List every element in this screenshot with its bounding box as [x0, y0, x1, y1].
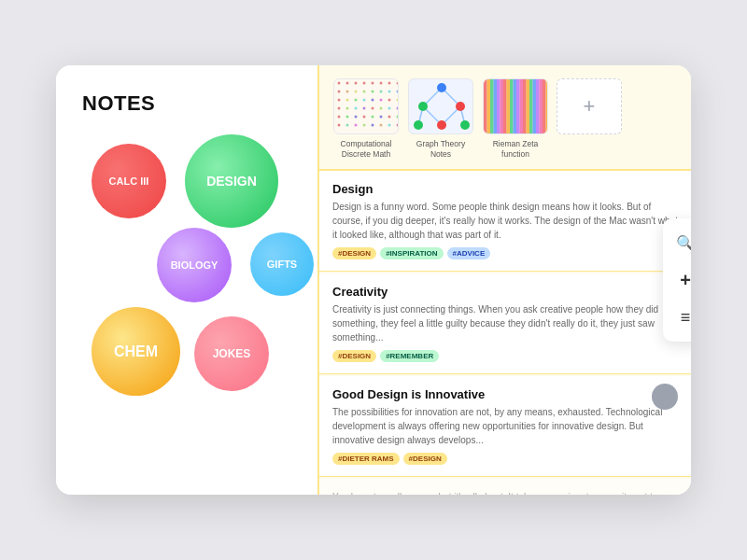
svg-point-37 [380, 116, 383, 119]
svg-rect-70 [516, 78, 520, 134]
svg-point-10 [355, 91, 358, 93]
svg-point-30 [388, 107, 391, 110]
svg-point-28 [372, 107, 374, 110]
svg-rect-61 [487, 78, 491, 134]
svg-point-0 [338, 82, 341, 85]
note-title-design: Design [332, 182, 678, 196]
svg-point-34 [355, 116, 358, 119]
add-button[interactable]: + [670, 265, 691, 295]
svg-point-40 [338, 124, 341, 127]
svg-rect-75 [533, 78, 537, 134]
svg-rect-69 [514, 78, 517, 134]
svg-point-14 [388, 91, 391, 93]
note-title-creativity: Creativity [332, 285, 678, 299]
note-card-passion[interactable]: You have to really grow what it's all ab… [319, 479, 691, 495]
notes-list[interactable]: DesignDesign is a funny word. Some peopl… [319, 171, 691, 495]
svg-point-38 [388, 116, 391, 119]
svg-point-31 [397, 107, 399, 110]
tag-good-design-0[interactable]: #DIETER RAMS [332, 453, 400, 465]
tag-design-0[interactable]: #DESIGN [332, 247, 376, 259]
svg-point-22 [388, 99, 391, 102]
bubble-chem[interactable]: CHEM [92, 307, 180, 396]
note-card-design[interactable]: DesignDesign is a funny word. Some peopl… [319, 171, 691, 272]
note-body-good-design: The possibilities for innovation are not… [332, 405, 678, 447]
svg-point-4 [372, 82, 374, 85]
svg-rect-64 [497, 78, 500, 134]
note-avatar [652, 384, 678, 410]
svg-point-36 [372, 116, 374, 119]
bubble-gifts[interactable]: GIFTS [250, 232, 314, 296]
note-card-creativity[interactable]: CreativityCreativity is just connecting … [319, 273, 691, 374]
svg-rect-74 [529, 78, 533, 134]
svg-point-3 [363, 82, 366, 85]
svg-point-25 [346, 107, 349, 110]
tag-creativity-1[interactable]: #REMEMBER [380, 350, 439, 362]
svg-point-56 [456, 102, 465, 111]
svg-point-2 [355, 82, 358, 85]
bubble-design[interactable]: DESIGN [185, 134, 278, 228]
tag-creativity-0[interactable]: #DESIGN [332, 350, 376, 362]
tags-row-good-design: #DIETER RAMS#DESIGN [332, 453, 678, 465]
svg-point-39 [397, 116, 399, 119]
svg-rect-60 [484, 78, 487, 134]
thumbnails-row: Computational Discrete MathGraph Theory … [319, 65, 691, 171]
app-title: NOTES [82, 91, 299, 116]
svg-rect-71 [520, 78, 524, 134]
svg-point-55 [418, 102, 428, 111]
note-body-passion: You have to really grow what it's all ab… [332, 490, 678, 495]
svg-point-6 [388, 82, 391, 85]
svg-rect-76 [536, 78, 540, 134]
svg-point-57 [414, 120, 423, 130]
svg-point-59 [460, 120, 470, 130]
svg-rect-62 [490, 78, 494, 134]
thumbnail-comp-discrete[interactable]: Computational Discrete Math [332, 78, 400, 160]
menu-button[interactable]: ≡ [670, 302, 691, 332]
svg-point-15 [397, 91, 399, 93]
svg-point-20 [372, 99, 374, 102]
thumbnail-graph-theory[interactable]: Graph Theory Notes [407, 78, 474, 160]
svg-point-45 [380, 124, 383, 127]
right-panel: Computational Discrete MathGraph Theory … [317, 65, 691, 495]
svg-point-19 [363, 99, 366, 102]
tag-design-2[interactable]: #ADVICE [447, 247, 491, 259]
bubble-calciii[interactable]: CALC III [92, 144, 166, 218]
bubbles-area: CALC IIIDESIGNBIOLOGYGIFTSCHEMJOKES [82, 134, 299, 470]
svg-point-42 [355, 124, 358, 127]
svg-point-17 [346, 99, 349, 102]
bubble-biology[interactable]: BIOLOGY [157, 228, 232, 302]
svg-point-44 [372, 124, 374, 127]
note-body-creativity: Creativity is just connecting things. Wh… [332, 302, 678, 344]
svg-rect-68 [510, 78, 514, 134]
thumbnail-rieman-zeta[interactable]: Rieman Zeta function [482, 78, 549, 160]
svg-point-58 [437, 120, 446, 130]
svg-point-33 [346, 116, 349, 119]
svg-rect-63 [494, 78, 498, 134]
svg-rect-78 [543, 78, 546, 134]
svg-point-5 [380, 82, 383, 85]
app-container: NOTES CALC IIIDESIGNBIOLOGYGIFTSCHEMJOKE… [56, 65, 691, 495]
tags-row-design: #DESIGN#INSPIRATION#ADVICE [332, 247, 678, 259]
tags-row-creativity: #DESIGN#REMEMBER [332, 350, 678, 362]
note-card-good-design[interactable]: Good Design is InnovativeThe possibiliti… [319, 376, 691, 477]
svg-point-21 [380, 99, 383, 102]
bubble-jokes[interactable]: JOKES [194, 316, 269, 391]
tag-design-1[interactable]: #INSPIRATION [380, 247, 443, 259]
svg-rect-67 [507, 78, 511, 134]
tag-good-design-1[interactable]: #DESIGN [403, 453, 447, 465]
svg-point-18 [355, 99, 358, 102]
thumbnail-label-comp-discrete: Computational Discrete Math [332, 139, 400, 160]
floating-toolbar: 🔍 + ≡ [663, 218, 691, 342]
svg-point-13 [380, 91, 383, 93]
svg-rect-66 [503, 78, 507, 134]
thumbnail-add[interactable]: + [557, 78, 622, 160]
svg-point-7 [397, 82, 399, 85]
svg-point-27 [363, 107, 366, 110]
svg-point-35 [363, 116, 366, 119]
svg-point-41 [346, 124, 349, 127]
search-button[interactable]: 🔍 [670, 228, 691, 258]
svg-point-32 [338, 116, 341, 119]
svg-rect-72 [523, 78, 527, 134]
svg-point-29 [380, 107, 383, 110]
thumbnail-label-graph-theory: Graph Theory Notes [407, 139, 474, 160]
svg-point-1 [346, 82, 349, 85]
